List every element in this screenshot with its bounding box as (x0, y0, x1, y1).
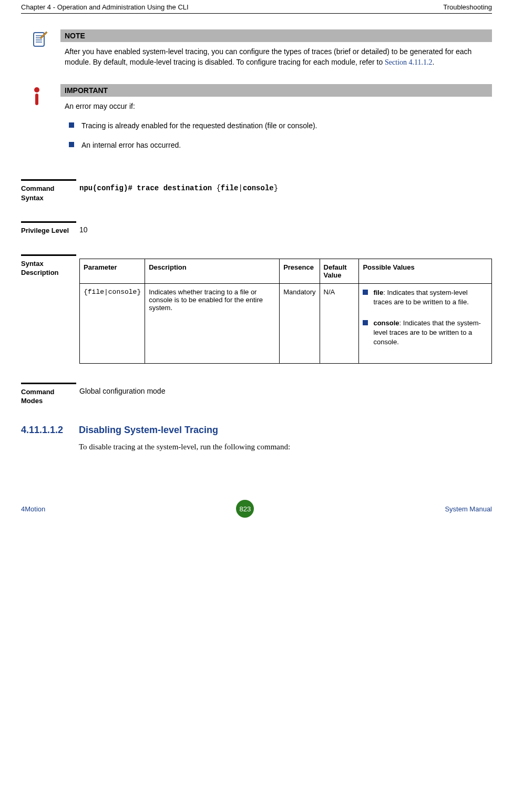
col-description: Description (145, 259, 280, 283)
col-possible-values: Possible Values (359, 259, 492, 283)
command-modes-label: Command Modes (21, 387, 76, 406)
header-left: Chapter 4 - Operation and Administration… (21, 3, 189, 11)
svg-rect-6 (35, 94, 38, 105)
important-intro: An error may occur if: (65, 101, 488, 111)
privilege-level-section: Privilege Level 10 (21, 221, 492, 235)
privilege-level-label: Privilege Level (21, 226, 76, 235)
important-title: IMPORTANT (60, 84, 492, 97)
subsection-number: 4.11.1.1.2 (21, 425, 79, 436)
note-text-after: . (433, 58, 435, 66)
cell-description: Indicates whether tracing to a file or c… (145, 283, 280, 363)
square-bullet-icon (363, 320, 368, 325)
list-item: An internal error has occurred. (69, 140, 488, 151)
table-header-row: Parameter Description Presence Default V… (80, 259, 492, 283)
subsection-body: To disable tracing at the system-level, … (21, 441, 492, 453)
svg-rect-0 (34, 33, 44, 46)
square-bullet-icon (69, 142, 74, 147)
pv-bold: file (373, 289, 383, 296)
note-title: NOTE (60, 29, 492, 42)
list-item: console: Indicates that the system-level… (363, 318, 488, 347)
important-icon (32, 84, 60, 160)
syntax-description-label: Syntax Description (21, 259, 76, 277)
square-bullet-icon (69, 122, 74, 128)
footer-right: System Manual (445, 505, 492, 513)
page-footer: 4Motion 823 System Manual (0, 500, 513, 518)
cell-default-value: N/A (320, 283, 359, 363)
header-right: Troubleshooting (443, 3, 492, 11)
bullet-text: Tracing is already enabled for the reque… (81, 121, 317, 131)
cell-parameter: {file|console} (80, 283, 145, 363)
subsection-title: Disabling System-level Tracing (79, 425, 218, 436)
col-parameter: Parameter (80, 259, 145, 283)
command-syntax-label: Command Syntax (21, 184, 76, 202)
command-modes-value: Global configuration mode (79, 387, 165, 395)
command-syntax-option: console (243, 184, 274, 192)
syntax-description-section: Syntax Description Parameter Description… (21, 254, 492, 364)
list-item: file: Indicates that system-level traces… (363, 288, 488, 307)
section-link[interactable]: Section 4.11.1.2 (385, 58, 432, 66)
col-default-value: Default Value (320, 259, 359, 283)
pv-bold: console (373, 319, 399, 327)
bullet-text: An internal error has occurred. (81, 140, 181, 151)
command-syntax-section: Command Syntax npu(config)# trace destin… (21, 179, 492, 202)
cell-possible-values: file: Indicates that system-level traces… (359, 283, 492, 363)
header-rule (21, 13, 492, 14)
command-syntax-value: npu(config)# trace destination (79, 184, 216, 192)
pv-rest: : Indicates that system-level traces are… (373, 289, 468, 306)
important-bullet-list: Tracing is already enabled for the reque… (69, 121, 488, 151)
square-bullet-icon (363, 290, 368, 295)
col-presence: Presence (280, 259, 320, 283)
note-icon (32, 29, 60, 68)
page-header: Chapter 4 - Operation and Administration… (21, 0, 492, 13)
footer-left: 4Motion (21, 505, 45, 513)
cell-presence: Mandatory (280, 283, 320, 363)
page-number-badge: 823 (236, 500, 254, 518)
syntax-table: Parameter Description Presence Default V… (79, 259, 492, 364)
command-modes-section: Command Modes Global configuration mode (21, 383, 492, 406)
command-syntax-option: file (221, 184, 239, 192)
privilege-level-value: 10 (79, 225, 88, 234)
list-item: Tracing is already enabled for the reque… (69, 121, 488, 131)
table-row: {file|console} Indicates whether tracing… (80, 283, 492, 363)
note-text: After you have enabled system-level trac… (60, 42, 492, 68)
subsection-heading: 4.11.1.1.2 Disabling System-level Tracin… (21, 425, 492, 436)
important-block: IMPORTANT An error may occur if: Tracing… (21, 84, 492, 160)
note-block: NOTE After you have enabled system-level… (21, 29, 492, 68)
svg-point-5 (34, 87, 39, 92)
